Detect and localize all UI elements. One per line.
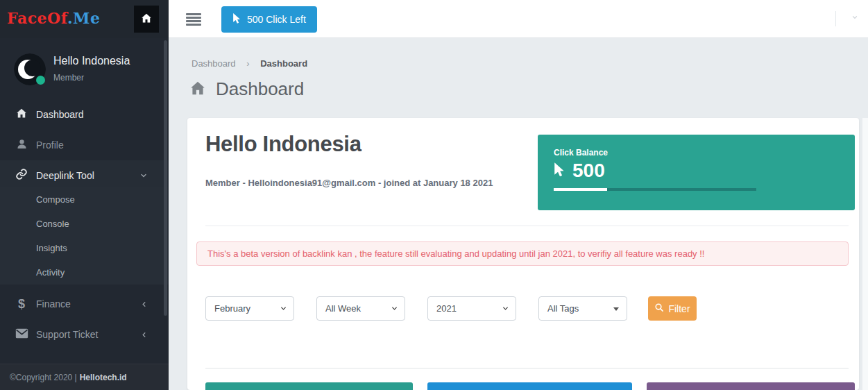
page-title: Dashboard xyxy=(216,78,304,100)
stat-card-blue xyxy=(427,382,632,390)
envelope-icon xyxy=(14,328,29,341)
chevron-down-icon xyxy=(502,305,509,312)
sidebar-footer: ©Copyright 2020 | Hellotech.id xyxy=(0,364,169,390)
brand-logo[interactable]: FaceOf.Me xyxy=(7,9,100,27)
month-select-value: February xyxy=(214,303,250,314)
profile-subtitle: Member - Helloindonesia91@gmail.com - jo… xyxy=(205,178,493,188)
sidebar-subitem-activity[interactable]: Activity xyxy=(0,260,169,285)
week-select-value: All Week xyxy=(325,303,361,314)
app-window: FaceOf.Me Hello Indonesia Member xyxy=(0,0,868,390)
sidebar-item-support-ticket[interactable]: Support Ticket xyxy=(0,319,169,350)
cursor-icon xyxy=(232,12,241,26)
sidebar-subitem-compose[interactable]: Compose xyxy=(0,187,169,212)
footer-brand: Hellotech.id xyxy=(80,373,127,382)
year-select[interactable]: 2021 xyxy=(427,296,516,321)
breadcrumb-item-current: Dashboard xyxy=(260,58,307,69)
sidebar: FaceOf.Me Hello Indonesia Member xyxy=(0,0,169,390)
filter-row: February All Week 2021 xyxy=(187,296,859,321)
deeplink-submenu: Compose Console Insights Activity xyxy=(0,187,169,285)
chevron-down-icon xyxy=(391,305,398,312)
chevron-down-icon xyxy=(280,305,287,312)
sidebar-header: FaceOf.Me xyxy=(0,0,169,38)
sidebar-subitem-console[interactable]: Console xyxy=(0,212,169,236)
home-button[interactable] xyxy=(134,6,159,33)
sidebar-menu-lower: $ Finance Support Ticket xyxy=(0,289,169,350)
breadcrumb-item-dashboard[interactable]: Dashboard xyxy=(192,58,236,69)
subitem-label: Console xyxy=(36,219,69,229)
top-navbar: 500 Click Left xyxy=(169,0,868,38)
breadcrumb: Dashboard › Dashboard xyxy=(192,58,307,69)
dollar-icon: $ xyxy=(14,297,29,312)
stat-card-teal xyxy=(205,382,413,390)
sidebar-toggle-icon[interactable] xyxy=(186,13,201,26)
subitem-label: Activity xyxy=(36,267,65,278)
page-header: Dashboard xyxy=(189,78,304,100)
home-icon xyxy=(140,12,153,27)
user-menu-chevron-icon[interactable] xyxy=(851,14,858,21)
user-icon xyxy=(14,138,29,153)
sidebar-subitem-insights[interactable]: Insights xyxy=(0,236,169,260)
sidebar-menu: Dashboard Profile Deeplink Tool xyxy=(0,99,169,191)
breadcrumb-separator: › xyxy=(246,58,249,69)
chevron-down-icon xyxy=(139,171,148,180)
caret-down-icon xyxy=(613,307,619,311)
sidebar-item-finance[interactable]: $ Finance xyxy=(0,289,169,319)
user-panel: Hello Indonesia Member xyxy=(0,49,169,94)
chevron-left-icon xyxy=(140,300,148,308)
content-area: Dashboard › Dashboard Dashboard Hello In… xyxy=(169,38,868,390)
chevron-left-icon xyxy=(140,331,148,339)
copyright-text: ©Copyright 2020 | xyxy=(10,373,77,382)
tags-select[interactable]: All Tags xyxy=(538,296,627,321)
search-icon xyxy=(654,303,664,314)
sidebar-item-label: Profile xyxy=(36,139,64,151)
sidebar-item-label: Finance xyxy=(36,298,71,310)
online-status-dot xyxy=(36,76,45,85)
click-balance-value: 500 xyxy=(572,160,605,182)
profile-card: Hello Indonesia Member - Helloindonesia9… xyxy=(187,118,859,390)
page-scrollbar-track[interactable] xyxy=(862,118,868,390)
sidebar-item-label: Deeplink Tool xyxy=(36,170,94,181)
profile-heading: Hello Indonesia xyxy=(205,132,361,157)
beta-alert: This's a beta version of backlink kan , … xyxy=(196,241,849,266)
filter-button-label: Filter xyxy=(668,303,690,314)
brand-logo-blue: .Me xyxy=(67,9,101,27)
divider xyxy=(205,226,849,226)
link-icon xyxy=(14,168,29,183)
sidebar-item-dashboard[interactable]: Dashboard xyxy=(0,99,169,130)
cursor-icon xyxy=(554,162,565,180)
subitem-label: Insights xyxy=(36,243,67,253)
user-role: Member xyxy=(53,73,84,83)
balance-progress-bar xyxy=(554,188,756,191)
tags-select-value: All Tags xyxy=(547,303,579,314)
sidebar-item-profile[interactable]: Profile xyxy=(0,130,169,160)
filter-button[interactable]: Filter xyxy=(648,296,697,321)
sidebar-item-label: Dashboard xyxy=(36,109,84,120)
month-select[interactable]: February xyxy=(205,296,294,321)
divider xyxy=(205,368,849,368)
subitem-label: Compose xyxy=(36,194,75,205)
week-select[interactable]: All Week xyxy=(316,296,405,321)
stat-card-purple xyxy=(647,382,855,390)
balance-progress-fill xyxy=(554,188,607,191)
house-icon xyxy=(189,79,207,100)
sidebar-item-label: Support Ticket xyxy=(36,329,99,340)
navbar-divider xyxy=(835,11,836,26)
click-balance-label: Click Balance xyxy=(554,148,608,158)
user-name: Hello Indonesia xyxy=(53,55,130,67)
sidebar-item-deeplink-tool[interactable]: Deeplink Tool xyxy=(0,160,169,191)
brand-logo-red: FaceOf xyxy=(7,9,67,27)
click-balance-button[interactable]: 500 Click Left xyxy=(221,6,317,33)
home-icon xyxy=(14,107,29,122)
sidebar-scrollbar-thumb[interactable] xyxy=(164,40,167,316)
year-select-value: 2021 xyxy=(436,303,457,314)
click-balance-button-label: 500 Click Left xyxy=(247,14,306,25)
click-balance-card: Click Balance 500 xyxy=(538,135,855,210)
